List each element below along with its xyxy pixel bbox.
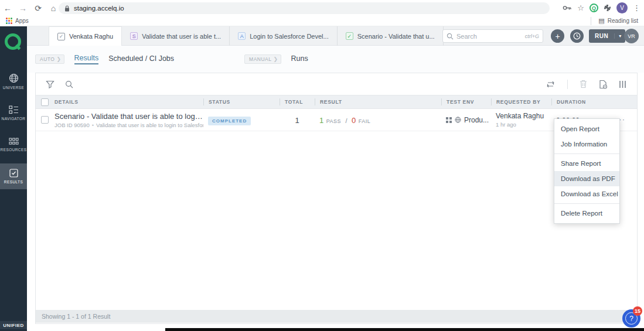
table-header: DETAILS STATUS TOTAL RESULT TEST ENV REQ…	[36, 95, 637, 109]
column-header-result[interactable]: RESULT	[315, 98, 441, 105]
subnav: AUTO ❯ Results Scheduled / CI Jobs MANUA…	[27, 46, 644, 73]
sidebar-item-label: RESOURCES	[1, 148, 27, 152]
search-icon	[447, 33, 454, 40]
chevron-right-icon: ❯	[56, 56, 61, 62]
sidebar-item-label: UNIVERSE	[3, 86, 24, 90]
back-icon[interactable]: ←	[0, 4, 15, 13]
globe-icon	[9, 73, 19, 83]
menu-item-share-report[interactable]: Share Report	[554, 156, 619, 171]
sidebar-item-results[interactable]: RESULTS	[0, 163, 27, 189]
sidebar-item-label: RESULTS	[4, 180, 23, 184]
extensions-puzzle-icon[interactable]	[604, 4, 611, 12]
result-subtitle: JOB ID 90590•Validate that user is able …	[54, 122, 203, 128]
sidebar-item-navigator[interactable]: NAVIGATOR	[0, 100, 27, 126]
filter-funnel-icon	[46, 80, 54, 88]
tab-label: Validate that user is able t...	[142, 33, 221, 40]
scenario-s-icon: S	[130, 32, 138, 40]
row-checkbox[interactable]	[41, 116, 49, 124]
results-count-footer: Showing 1 - 1 of 1 Result	[36, 310, 637, 323]
auto-mode-tag: AUTO ❯	[35, 54, 64, 64]
refresh-button[interactable]	[546, 80, 556, 88]
url-text: staging.accelq.io	[74, 5, 124, 12]
requested-time: 1 hr ago	[496, 121, 551, 128]
job-id: JOB ID 90590	[54, 122, 90, 128]
results-checkbox-icon	[9, 169, 18, 178]
checkbox-icon: ✓	[57, 33, 65, 40]
resources-grid-icon	[9, 138, 19, 145]
reading-list-label[interactable]: Reading list	[608, 18, 638, 24]
scenario-subtitle: Validate that user is able to login to S…	[96, 122, 203, 128]
app-header: ✓ Venkata Raghu S Validate that user is …	[27, 26, 644, 46]
menu-item-delete-report[interactable]: Delete Report	[554, 206, 619, 221]
run-button[interactable]: RUN ▾	[589, 29, 625, 43]
menu-divider	[554, 153, 619, 154]
delete-button[interactable]	[580, 80, 587, 88]
search-input[interactable]	[456, 33, 525, 40]
row-context-menu: Open Report Job Information Share Report…	[554, 118, 620, 224]
menu-item-job-information[interactable]: Job Information	[554, 137, 619, 152]
column-settings-button[interactable]	[619, 80, 626, 88]
app-tab-venkata-raghu[interactable]: ✓ Venkata Raghu	[49, 26, 122, 46]
result-title[interactable]: Scenario - Validate that user is able to…	[54, 112, 203, 121]
subnav-tab-results[interactable]: Results	[74, 54, 99, 64]
app-tab-scenario-validate[interactable]: ✓ Scenario - Validate that u...	[338, 26, 444, 46]
accelq-logo[interactable]	[5, 33, 21, 50]
browser-profile-avatar[interactable]: V	[616, 2, 628, 13]
pass-count: 1	[319, 116, 323, 125]
test-env-name[interactable]: Produ...	[464, 116, 489, 124]
reload-icon[interactable]: ⟳	[30, 4, 46, 13]
sidebar-item-universe[interactable]: UNIVERSE	[0, 69, 27, 94]
status-badge: COMPLETED	[208, 117, 251, 125]
manual-tag-label: MANUAL	[249, 56, 271, 62]
user-avatar[interactable]: VR	[624, 29, 639, 43]
bookmark-star-icon[interactable]: ☆	[577, 4, 584, 12]
export-report-button[interactable]	[599, 80, 607, 89]
toolbar-divider	[567, 80, 568, 89]
recent-history-button[interactable]	[570, 29, 584, 43]
tab-label: Venkata Raghu	[69, 33, 113, 40]
table-row[interactable]: Scenario - Validate that user is able to…	[36, 109, 637, 131]
create-new-button[interactable]: +	[551, 29, 564, 43]
chevron-right-icon: ❯	[274, 56, 278, 62]
app-tab-validate-user[interactable]: S Validate that user is able t...	[122, 26, 230, 46]
document-export-icon	[599, 80, 607, 89]
sidebar-item-resources[interactable]: RESOURCES	[0, 132, 27, 158]
columns-icon	[619, 80, 626, 88]
select-all-checkbox[interactable]	[41, 98, 49, 106]
apps-grid-icon[interactable]	[6, 18, 12, 24]
screen: ← → ⟳ ⌂ staging.accelq.io ☆ Q V ⋮ Apps ▤…	[0, 0, 644, 331]
table-search-button[interactable]	[65, 80, 73, 88]
address-bar[interactable]: staging.accelq.io	[59, 2, 550, 14]
fail-label: FAIL	[359, 118, 371, 124]
subnav-tab-scheduled-ci-jobs[interactable]: Scheduled / CI Jobs	[108, 54, 174, 64]
global-search[interactable]: ctrl+G	[442, 29, 543, 43]
bookmarks-bar: Apps ▤ Reading list	[0, 16, 644, 26]
auto-tag-label: AUTO	[40, 56, 54, 62]
results-toolbar	[36, 73, 637, 95]
browser-menu-icon[interactable]: ⋮	[633, 4, 640, 12]
column-header-duration[interactable]: DURATION	[551, 98, 637, 105]
lock-icon	[64, 5, 70, 12]
column-header-details[interactable]: DETAILS	[53, 99, 203, 105]
bottom-bar	[165, 328, 644, 331]
reading-list-icon[interactable]: ▤	[598, 17, 604, 25]
repeat-icon	[546, 80, 556, 88]
column-header-total[interactable]: TOTAL	[280, 98, 315, 105]
checkbox-green-icon: ✓	[346, 32, 353, 40]
column-header-status[interactable]: STATUS	[203, 98, 280, 105]
apps-label[interactable]: Apps	[15, 18, 29, 24]
forward-icon[interactable]: →	[15, 4, 30, 13]
search-shortcut-hint: ctrl+G	[525, 33, 539, 39]
menu-item-download-as-excel[interactable]: Download as Excel	[554, 186, 619, 202]
menu-item-open-report[interactable]: Open Report	[554, 121, 619, 137]
subnav-tab-runs[interactable]: Runs	[291, 54, 308, 64]
key-icon[interactable]	[563, 5, 572, 11]
column-header-requested-by[interactable]: REQUESTED BY	[491, 98, 551, 105]
column-header-test-env[interactable]: TEST ENV	[441, 98, 491, 105]
filter-button[interactable]	[46, 80, 54, 88]
accelq-extension-icon[interactable]: Q	[590, 4, 598, 12]
sidebar: UNIVERSE NAVIGATOR RESOURCES RESULTS UNI…	[0, 26, 27, 331]
manual-mode-tag: MANUAL ❯	[244, 54, 281, 64]
menu-item-download-as-pdf[interactable]: Download as PDF	[554, 171, 619, 186]
app-tab-login-salesforce[interactable]: A Login to Salesforce Devel...	[230, 26, 338, 46]
